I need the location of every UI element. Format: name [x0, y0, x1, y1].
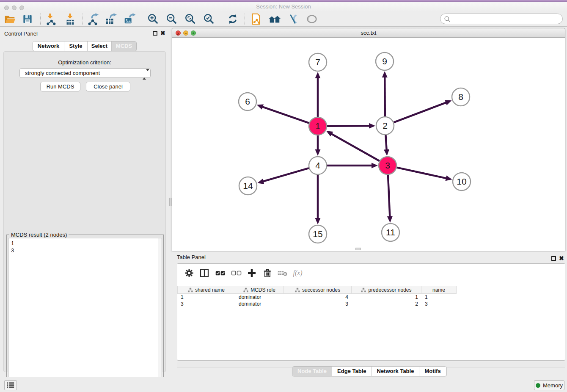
column-header-MCDS-role[interactable]: MCDS role	[235, 286, 284, 294]
graph-edge-arrowhead	[315, 149, 321, 156]
memory-status-icon	[536, 383, 540, 388]
horizontal-divider-handle[interactable]	[355, 248, 361, 250]
graph-edge-2-8[interactable]	[394, 102, 447, 122]
zoom-fit-icon[interactable]	[183, 13, 198, 25]
zoom-out-icon[interactable]	[165, 13, 179, 25]
columns-icon[interactable]	[198, 266, 211, 280]
vertical-divider-handle[interactable]	[169, 198, 172, 206]
column-label: name	[432, 287, 445, 293]
function-builder-icon[interactable]: f(x)	[292, 266, 306, 280]
mcds-result-text[interactable]: 1 3	[8, 238, 162, 392]
close-table-panel-icon[interactable]: ✖	[559, 255, 564, 262]
table-row[interactable]: 1dominator411	[177, 294, 565, 301]
graph-edge-3-1[interactable]	[331, 134, 379, 161]
task-history-button[interactable]	[4, 380, 17, 390]
app-title: Session: New Session	[0, 3, 567, 10]
table-cell[interactable]: 3	[177, 301, 235, 307]
zoom-selected-icon[interactable]	[202, 13, 216, 25]
graph-edge-arrowhead	[387, 216, 393, 223]
main-toolbar	[0, 11, 567, 27]
tab-network[interactable]: Network	[33, 41, 64, 51]
criterion-dropdown[interactable]: strongly connected component	[19, 68, 151, 78]
memory-button[interactable]: Memory	[534, 380, 564, 390]
hide-icon[interactable]	[286, 13, 300, 25]
graph-edge-4-14[interactable]	[263, 168, 309, 182]
mcds-result-title: MCDS result (2 nodes)	[9, 232, 69, 238]
select-all-icon[interactable]	[214, 266, 227, 280]
graph-edge-1-6[interactable]	[262, 107, 309, 123]
close-panel-icon[interactable]: ✖	[160, 30, 165, 36]
column-header-successor-nodes[interactable]: successor nodes	[284, 286, 352, 294]
open-session-icon[interactable]	[3, 13, 17, 25]
float-table-panel-icon[interactable]	[551, 256, 556, 261]
tab-node-table[interactable]: Node Table	[292, 367, 332, 376]
delete-icon[interactable]	[261, 266, 274, 280]
eye-icon[interactable]	[305, 13, 319, 25]
home-icon[interactable]	[267, 13, 282, 25]
export-image-icon[interactable]	[122, 13, 136, 25]
graph-node-label-1: 1	[315, 121, 320, 131]
graph-edge-arrowhead	[257, 179, 264, 184]
graph-edge-2-3[interactable]	[385, 135, 386, 150]
close-panel-button[interactable]: Close panel	[86, 82, 130, 91]
search-field[interactable]	[440, 14, 563, 24]
graph-node-label-4: 4	[315, 160, 320, 170]
column-header-name[interactable]: name	[421, 286, 457, 294]
graph-edge-3-10[interactable]	[396, 168, 446, 179]
table-panel-tabs: Node TableEdge TableNetwork TableMotifs	[292, 366, 447, 376]
tab-mcds[interactable]: MCDS	[112, 41, 136, 51]
float-panel-icon[interactable]	[153, 31, 157, 36]
graph-edge-1-2[interactable]	[327, 126, 370, 126]
table-cell[interactable]: 3	[284, 301, 352, 307]
table-cell[interactable]: 4	[284, 294, 352, 301]
table-cell[interactable]: dominator	[235, 294, 284, 301]
table-cell[interactable]: 3	[421, 301, 457, 307]
table-row[interactable]: 3dominator323	[177, 301, 565, 307]
open-network-file-icon[interactable]	[249, 13, 263, 25]
network-graph[interactable]: 7968124314101511	[172, 38, 565, 251]
network-window-titlebar[interactable]: x – + scc.txt	[172, 28, 565, 38]
deselect-all-icon[interactable]	[230, 266, 243, 280]
tab-style[interactable]: Style	[64, 41, 88, 51]
control-panel: Control Panel ✖ NetworkStyleSelectMCDS O…	[0, 27, 170, 377]
search-input[interactable]	[453, 15, 559, 23]
graph-node-label-11: 11	[386, 227, 395, 237]
import-table-icon[interactable]	[63, 13, 77, 25]
graph-node-label-14: 14	[243, 181, 253, 190]
table-cell[interactable]: 2	[352, 301, 421, 307]
tab-select[interactable]: Select	[88, 41, 112, 51]
run-mcds-button[interactable]: Run MCDS	[40, 82, 80, 91]
app-titlebar: Session: New Session	[0, 2, 567, 11]
table-cell[interactable]: dominator	[235, 301, 284, 307]
gear-icon[interactable]	[182, 266, 196, 280]
graph-node-label-8: 8	[458, 92, 463, 102]
graph-edge-3-11[interactable]	[388, 175, 390, 217]
table-cell[interactable]: 1	[352, 294, 421, 301]
column-header-predecessor-nodes[interactable]: predecessor nodes	[352, 286, 421, 294]
table-cell[interactable]: 1	[421, 294, 457, 301]
tab-network-table[interactable]: Network Table	[372, 367, 420, 376]
network-canvas[interactable]: 7968124314101511	[172, 38, 565, 251]
export-table-icon[interactable]	[103, 13, 118, 25]
import-network-icon[interactable]	[43, 13, 58, 25]
hierarchy-icon	[361, 287, 366, 293]
tab-edge-table[interactable]: Edge Table	[332, 367, 372, 376]
status-bar: Memory	[0, 377, 567, 392]
graph-node-label-6: 6	[245, 97, 250, 106]
refresh-icon[interactable]	[226, 13, 240, 25]
zoom-in-icon[interactable]	[146, 13, 160, 25]
save-session-icon[interactable]	[20, 13, 35, 25]
graph-edge-arrowhead	[382, 71, 388, 77]
delete-table-icon[interactable]	[276, 266, 289, 280]
tab-motifs[interactable]: Motifs	[419, 367, 446, 376]
result-scrollbar[interactable]	[158, 238, 162, 392]
table-cell[interactable]: 1	[177, 294, 235, 301]
graph-edge-arrowhead	[384, 149, 389, 156]
add-icon[interactable]	[245, 266, 259, 280]
graph-edge-2-9[interactable]	[385, 77, 385, 116]
toolbar-separator	[222, 14, 222, 25]
dropdown-stepper-icon	[143, 70, 146, 77]
column-header-shared-name[interactable]: shared name	[177, 286, 235, 294]
memory-label: Memory	[543, 382, 563, 389]
export-network-icon[interactable]	[85, 13, 100, 25]
